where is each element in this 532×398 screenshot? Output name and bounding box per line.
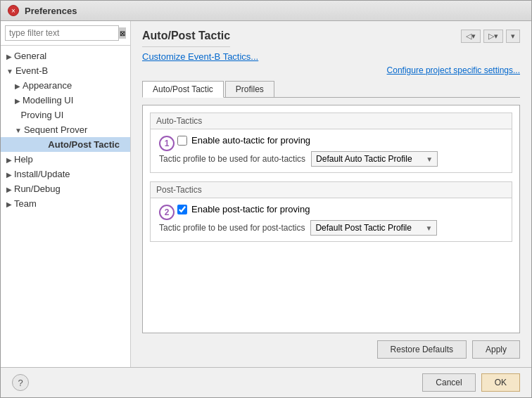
badge-2: 2: [159, 205, 175, 220]
sidebar-item-appearance[interactable]: ▶Appearance: [1, 78, 130, 93]
post-enable-label: Enable post-tactic for proving: [191, 204, 310, 214]
arrow-icon: ▼: [6, 68, 13, 75]
panel-title: Auto/Post Tactic: [142, 30, 230, 47]
auto-profile-value: Default Auto Tactic Profile: [316, 154, 423, 164]
title-bar: × Preferences: [1, 1, 531, 21]
search-clear-button[interactable]: ⊠: [119, 27, 126, 39]
auto-enable-checkbox-row: Enable auto-tactic for proving: [177, 135, 310, 146]
tabs: Auto/Post Tactic Profiles: [142, 81, 520, 98]
badge-1: 1: [159, 136, 175, 151]
auto-tactics-enable-row: 1 Enable auto-tactic for proving: [159, 135, 503, 151]
customize-link[interactable]: Customize Event-B Tactics...: [142, 51, 520, 62]
sidebar-item-modelling-ui[interactable]: ▶Modelling UI: [1, 93, 130, 108]
post-tactics-label: Post-Tactics: [151, 182, 512, 198]
preferences-dialog: × Preferences ⊠ ▶General ▼Event-B ▶Appea…: [0, 0, 532, 398]
sidebar-item-team[interactable]: ▶Team: [1, 196, 130, 211]
auto-profile-select[interactable]: Default Auto Tactic Profile ▼: [311, 151, 438, 167]
cancel-button[interactable]: Cancel: [422, 373, 475, 392]
auto-enable-checkbox[interactable]: [177, 136, 187, 146]
right-panel: Auto/Post Tactic ◁▾ ▷▾ ▾ Customize Event…: [131, 21, 531, 367]
tab-auto-post-tactic[interactable]: Auto/Post Tactic: [142, 81, 224, 98]
panel-header: Auto/Post Tactic ◁▾ ▷▾ ▾: [142, 30, 520, 51]
auto-profile-arrow-icon: ▼: [426, 155, 433, 163]
post-profile-value: Default Post Tactic Profile: [315, 223, 422, 233]
post-enable-checkbox[interactable]: [177, 205, 187, 214]
restore-defaults-button[interactable]: Restore Defaults: [377, 340, 467, 359]
dropdown-button[interactable]: ▾: [506, 30, 520, 43]
sidebar-item-install-update[interactable]: ▶Install/Update: [1, 167, 130, 181]
post-profile-label: Tactic profile to be used for post-tacti…: [159, 223, 305, 233]
arrow-icon: ▼: [15, 127, 22, 134]
post-tactics-body: 2 Enable post-tactic for proving Tactic …: [151, 198, 512, 241]
search-input[interactable]: [5, 25, 119, 41]
auto-tactics-section: Auto-Tactics 1 Enable auto-tactic for pr…: [150, 113, 512, 173]
arrow-icon: ▶: [15, 82, 20, 90]
sidebar-item-event-b[interactable]: ▼Event-B: [1, 63, 130, 78]
back-button[interactable]: ◁▾: [461, 30, 481, 43]
post-profile-arrow-icon: ▼: [426, 224, 433, 232]
configure-link: Configure project specific settings...: [142, 65, 520, 75]
sidebar: ⊠ ▶General ▼Event-B ▶Appearance ▶Modelli…: [1, 21, 131, 367]
close-button[interactable]: ×: [8, 5, 19, 16]
arrow-icon: ▶: [6, 53, 12, 60]
sidebar-item-general[interactable]: ▶General: [1, 49, 130, 63]
arrow-icon: ▶: [15, 97, 20, 105]
sidebar-tree: ▶General ▼Event-B ▶Appearance ▶Modelling…: [1, 46, 130, 367]
sidebar-item-sequent-prover[interactable]: ▼Sequent Prover: [1, 122, 130, 137]
arrow-icon: [15, 112, 19, 120]
ok-button[interactable]: OK: [481, 373, 520, 392]
search-bar: ⊠: [1, 21, 130, 46]
post-profile-row: Tactic profile to be used for post-tacti…: [159, 220, 503, 236]
bottom-buttons: Cancel OK: [422, 373, 520, 392]
arrow-icon: ▶: [6, 186, 12, 193]
sidebar-item-proving-ui[interactable]: Proving UI: [1, 108, 130, 122]
sidebar-item-auto-post-tactic[interactable]: Auto/Post Tactic: [1, 137, 130, 152]
post-tactics-section: Post-Tactics 2 Enable post-tactic for pr…: [150, 181, 512, 242]
forward-button[interactable]: ▷▾: [483, 30, 503, 43]
help-button[interactable]: ?: [12, 374, 29, 391]
arrow-icon: ▶: [6, 200, 12, 208]
toolbar-navigation: ◁▾ ▷▾ ▾: [461, 30, 520, 43]
arrow-icon: ▶: [6, 156, 12, 164]
auto-enable-label: Enable auto-tactic for proving: [191, 135, 310, 146]
arrow-icon: [40, 141, 46, 149]
tab-profiles[interactable]: Profiles: [225, 81, 274, 97]
sidebar-item-help[interactable]: ▶Help: [1, 152, 130, 167]
post-enable-checkbox-row: Enable post-tactic for proving: [177, 204, 310, 214]
configure-link-anchor[interactable]: Configure project specific settings...: [387, 65, 520, 75]
sidebar-item-run-debug[interactable]: ▶Run/Debug: [1, 181, 130, 196]
auto-tactics-label: Auto-Tactics: [151, 113, 512, 129]
post-profile-select[interactable]: Default Post Tactic Profile ▼: [310, 220, 437, 236]
auto-tactics-body: 1 Enable auto-tactic for proving Tactic …: [151, 129, 512, 172]
auto-profile-row: Tactic profile to be used for auto-tacti…: [159, 151, 503, 167]
auto-profile-label: Tactic profile to be used for auto-tacti…: [159, 154, 305, 164]
post-tactics-enable-row: 2 Enable post-tactic for proving: [159, 204, 503, 220]
main-content: ⊠ ▶General ▼Event-B ▶Appearance ▶Modelli…: [1, 21, 531, 367]
apply-button[interactable]: Apply: [472, 340, 520, 359]
bottom-bar: ? Cancel OK: [1, 367, 531, 397]
arrow-icon: ▶: [6, 171, 12, 179]
tab-content: Auto-Tactics 1 Enable auto-tactic for pr…: [142, 105, 520, 333]
dialog-title: Preferences: [25, 6, 77, 16]
